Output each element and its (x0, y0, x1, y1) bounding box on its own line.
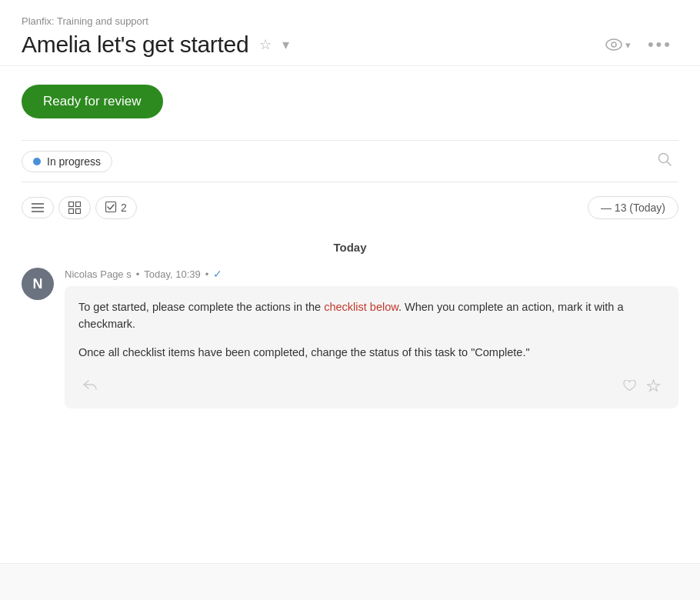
today-label: Today (333, 241, 366, 254)
list-icon (32, 202, 44, 213)
list-view-button[interactable] (22, 197, 54, 218)
ready-for-review-button[interactable]: Ready for review (22, 85, 163, 118)
svg-rect-7 (69, 202, 74, 207)
message-actions (78, 372, 665, 396)
star-message-button[interactable] (645, 378, 662, 396)
date-badge[interactable]: — 13 (Today) (588, 196, 678, 219)
breadcrumb-text: Planfix: Training and support (22, 15, 148, 27)
chevron-button[interactable]: ▾ (279, 33, 292, 56)
date-label: — 13 (Today) (601, 202, 665, 214)
search-button[interactable] (651, 148, 678, 174)
like-button[interactable] (622, 378, 638, 396)
avatar: N (22, 268, 54, 300)
in-progress-label: In progress (47, 155, 101, 168)
status-divider-row: In progress (22, 140, 678, 182)
svg-point-0 (606, 39, 622, 50)
svg-rect-8 (76, 202, 81, 207)
message-paragraph-1: To get started, please complete the acti… (78, 298, 665, 333)
table-view-button[interactable] (58, 196, 91, 219)
search-icon (657, 152, 672, 167)
today-divider: Today (22, 241, 678, 254)
message-author: Nicolas Page s (65, 268, 132, 280)
message-content: Nicolas Page s • Today, 10:39 • ✓ To get… (65, 268, 678, 408)
breadcrumb: Planfix: Training and support (22, 15, 678, 27)
bottom-bar (0, 563, 700, 600)
eye-icon (605, 38, 622, 51)
highlight-checklist: checklist below (324, 301, 398, 313)
more-icon: ••• (648, 35, 672, 54)
svg-marker-12 (648, 380, 660, 392)
reply-icon (83, 380, 97, 391)
more-options-button[interactable]: ••• (642, 32, 678, 58)
watch-button[interactable]: ▾ (601, 35, 635, 54)
message-paragraph-2: Once all checklist items have been compl… (78, 344, 665, 361)
message-time: Today, 10:39 (144, 268, 200, 280)
svg-point-1 (612, 42, 616, 47)
star-icon (647, 379, 660, 392)
message-block: N Nicolas Page s • Today, 10:39 • ✓ To g… (22, 268, 678, 408)
message-check-icon: ✓ (213, 268, 222, 280)
checklist-count: 2 (121, 202, 127, 214)
status-dot (33, 158, 41, 165)
page-header: Planfix: Training and support Amelia let… (0, 0, 700, 66)
reply-button[interactable] (82, 378, 98, 395)
heart-icon (623, 380, 636, 392)
message-actions-right (622, 378, 662, 396)
page-title: Amelia let's get started (22, 32, 248, 58)
title-right: ▾ ••• (601, 32, 678, 58)
svg-line-3 (667, 162, 671, 165)
chevron-down-icon: ▾ (282, 36, 289, 53)
message-actions-left (82, 378, 98, 395)
svg-rect-10 (76, 209, 81, 214)
toolbar-left: 2 (22, 196, 137, 219)
svg-rect-9 (69, 209, 74, 214)
star-button[interactable]: ☆ (256, 33, 275, 56)
title-left: Amelia let's get started ☆ ▾ (22, 32, 292, 58)
message-meta: Nicolas Page s • Today, 10:39 • ✓ (65, 268, 678, 280)
star-icon: ☆ (259, 36, 272, 53)
in-progress-badge[interactable]: In progress (22, 151, 112, 172)
table-icon (68, 202, 81, 214)
title-icons: ☆ ▾ (256, 33, 292, 56)
title-row: Amelia let's get started ☆ ▾ ▾ ••• (22, 32, 678, 58)
eye-chevron-icon: ▾ (625, 39, 631, 51)
toolbar-row: 2 — 13 (Today) (22, 193, 678, 222)
content-area: Ready for review In progress (0, 66, 700, 439)
checklist-button[interactable]: 2 (95, 196, 137, 219)
checklist-icon (105, 202, 118, 214)
message-bubble: To get started, please complete the acti… (65, 286, 678, 408)
